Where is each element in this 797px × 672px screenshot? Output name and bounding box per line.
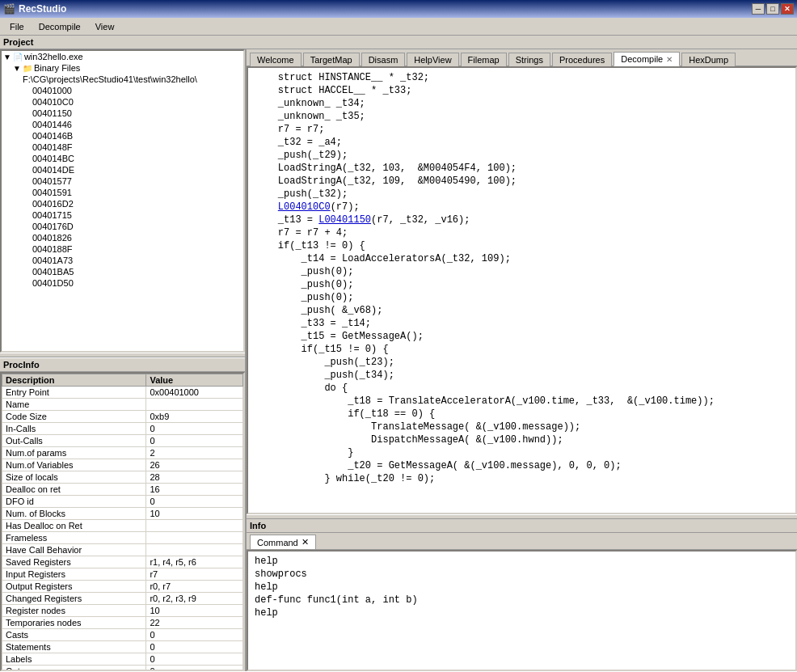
info-tab-label: Command [257,538,298,547]
tree-item-label: 0040146B [32,131,73,141]
tab-decompile[interactable]: Decompile✕ [614,52,680,66]
tree-item[interactable]: 00401826 [2,232,243,243]
minimize-button[interactable]: ─ [752,3,765,15]
menu-decompile[interactable]: Decompile [32,20,87,33]
tree-item[interactable]: 00401150 [2,108,243,119]
close-button[interactable]: ✕ [781,3,794,15]
right-panel: WelcomeTargetMapDisasmHelpViewFilemapStr… [247,49,797,671]
tree-item[interactable]: F:\CG\projects\RecStudio41\test\win32hel… [2,74,243,85]
tree-item-label: 00401591 [32,188,72,197]
tree-item[interactable]: 00401591 [2,187,243,198]
proc-val-cell: r0, r2, r3, r9 [146,593,243,605]
tree-item[interactable]: 0040148F [2,142,243,153]
tree-item-label: 00401000 [32,86,72,95]
code-line: _push(0); [255,291,789,304]
proc-desc-cell: Gotos [2,666,146,672]
tree-item-label: 004014BC [32,154,74,163]
tree-item[interactable]: 00401A73 [2,255,243,266]
code-line: _unknown_ _t35; [255,110,789,123]
tree-scroll[interactable]: ▼📄win32hello.exe▼📁Binary FilesF:\CG\proj… [2,51,243,351]
code-line: _t15 = GetMessageA(); [255,330,789,343]
tree-item[interactable]: 004014DE [2,164,243,175]
tree-item[interactable]: 00401715 [2,209,243,221]
tree-item[interactable]: 004014BC [2,153,243,164]
tree-item[interactable]: 0040188F [2,243,243,255]
main-layout: ▼📄win32hello.exe▼📁Binary FilesF:\CG\proj… [0,49,797,671]
tab-procedures[interactable]: Procedures [552,53,612,66]
tree-item-label: 00401715 [32,210,72,220]
tree-item[interactable]: 0040176D [2,221,243,232]
proc-col-val: Value [146,374,243,387]
code-scroll[interactable]: struct HINSTANCE__ * _t32; struct HACCEL… [248,68,795,513]
tree-item[interactable]: 004010C0 [2,96,243,108]
tree-item[interactable]: 004016D2 [2,198,243,209]
command-output[interactable]: helpshowprocshelpdef-func func1(int a, i… [247,550,797,671]
collapse-icon[interactable]: ▼ [3,53,11,61]
proc-val-cell: 10 [146,605,243,617]
proc-desc-cell: Name [2,399,146,411]
code-area[interactable]: struct HINSTANCE__ * _t32; struct HACCEL… [247,66,797,514]
info-tab-close[interactable]: ✕ [302,537,309,547]
tree-container: ▼📄win32hello.exe▼📁Binary FilesF:\CG\proj… [0,49,245,353]
code-link[interactable]: L00401150 [318,214,371,226]
tree-item[interactable]: 00401577 [2,175,243,187]
tree-item-label: 00401446 [32,120,72,129]
code-line: _push( &_v68); [255,304,789,317]
collapse-icon[interactable]: ▼ [13,64,21,73]
menu-file[interactable]: File [3,20,31,33]
tree-icon: 📁 [23,64,32,73]
proc-desc-cell: Temporaries nodes [2,617,146,629]
proc-desc-cell: Has Dealloc on Ret [2,520,146,532]
tree-item-label: 00401BA5 [32,267,74,277]
title-bar: 🎬 RecStudio ─ □ ✕ [0,0,797,18]
tab-disasm[interactable]: Disasm [361,53,406,66]
left-panel: ▼📄win32hello.exe▼📁Binary FilesF:\CG\proj… [0,49,247,671]
tree-item[interactable]: 00401000 [2,85,243,96]
proc-desc-cell: Casts [2,629,146,641]
tab-label: Decompile [621,54,663,64]
tree-view[interactable]: ▼📄win32hello.exe▼📁Binary FilesF:\CG\proj… [0,49,245,353]
tree-item-label: 00401577 [32,176,72,186]
code-line: if(_t18 == 0) { [255,408,789,421]
tab-filemap[interactable]: Filemap [461,53,507,66]
proc-row: Name [2,399,243,411]
menu-view[interactable]: View [89,20,121,33]
proc-row: Dealloc on ret16 [2,484,243,496]
code-line: LoadStringA(_t32, 103, &M004054F4, 100); [255,162,789,175]
tree-item-label: 00401826 [32,233,72,243]
tab-helpview[interactable]: HelpView [407,53,458,66]
tree-item[interactable]: 00401D50 [2,277,243,289]
proc-desc-cell: Out-Calls [2,435,146,447]
command-line: help [255,606,789,619]
command-line: help [255,581,789,594]
tree-item[interactable]: 0040146B [2,130,243,142]
tab-hexdump[interactable]: HexDump [681,53,736,66]
proc-info-table[interactable]: Description Value Entry Point0x00401000N… [0,372,245,671]
maximize-button[interactable]: □ [766,3,779,15]
code-line: _push(_t29); [255,149,789,162]
proc-row: Output Registersr0, r7 [2,581,243,593]
tree-item[interactable]: ▼📁Binary Files [2,62,243,74]
info-tab-command[interactable]: Command✕ [250,535,316,549]
proc-val-cell: 0 [146,629,243,641]
tab-close-icon[interactable]: ✕ [666,55,673,64]
proc-desc-cell: Num.of Variables [2,459,146,471]
app-title: 🎬 RecStudio [3,3,66,15]
code-line: _unknown_ _t34; [255,97,789,110]
tab-label: Filemap [468,55,500,65]
proc-desc-cell: Input Registers [2,568,146,581]
proc-val-cell: 0 [146,666,243,672]
proc-val-cell: 0x00401000 [146,387,243,399]
tab-targetmap[interactable]: TargetMap [303,53,360,66]
proc-desc-cell: Num.of params [2,447,146,459]
proc-row: Casts0 [2,629,243,641]
tab-strings[interactable]: Strings [508,53,550,66]
tree-item-label: F:\CG\projects\RecStudio41\test\win32hel… [23,74,197,84]
code-line: r7 = r7 + 4; [255,226,789,239]
code-link[interactable]: L004010C0 [278,201,331,213]
proc-val-cell: r1, r4, r5, r6 [146,556,243,568]
tree-item[interactable]: 00401BA5 [2,266,243,277]
tree-item[interactable]: ▼📄win32hello.exe [2,51,243,62]
tree-item[interactable]: 00401446 [2,119,243,130]
tab-welcome[interactable]: Welcome [250,53,302,66]
